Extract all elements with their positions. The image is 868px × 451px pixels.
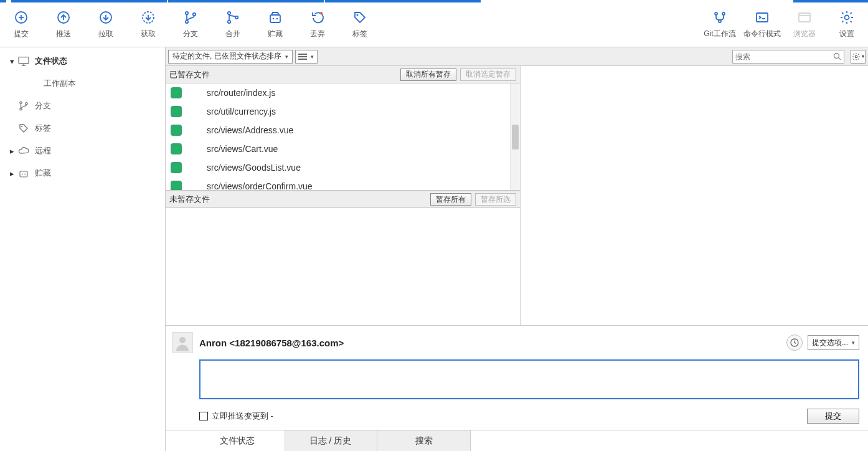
- commit-button[interactable]: 提交: [0, 2, 42, 47]
- clock-icon: [790, 338, 800, 348]
- history-button[interactable]: [786, 335, 803, 351]
- svg-point-7: [186, 21, 188, 23]
- commit-message-input[interactable]: [199, 359, 859, 399]
- svg-point-17: [715, 12, 717, 15]
- commit-options-combo[interactable]: 提交选项... ▾: [808, 335, 859, 350]
- file-item[interactable]: src/views/GoodsList.vue: [166, 158, 520, 177]
- chevron-down-icon: ▾: [7, 57, 16, 66]
- svg-point-52: [179, 337, 186, 343]
- file-path: src/views/Address.vue: [207, 125, 293, 135]
- toolbar-label: 拉取: [98, 29, 113, 39]
- svg-point-9: [228, 12, 230, 14]
- sidebar-item-label: 远程: [35, 145, 51, 156]
- discard-button[interactable]: 丢弃: [296, 2, 339, 47]
- push-button[interactable]: 推送: [42, 2, 85, 47]
- undo-dot-icon: [310, 10, 325, 25]
- toolbar-label: 浏览器: [793, 29, 816, 39]
- search-box[interactable]: [732, 50, 844, 64]
- file-item[interactable]: src/util/currency.js: [166, 102, 520, 121]
- tag-small-icon: [16, 123, 31, 134]
- toolbar-label: 分支: [183, 29, 198, 39]
- gitflow-icon: [712, 10, 727, 25]
- merge-button[interactable]: 合并: [212, 2, 254, 47]
- stage-all-button[interactable]: 暂存所有: [430, 193, 471, 206]
- svg-rect-31: [20, 171, 27, 177]
- file-item[interactable]: src/router/index.js: [166, 83, 520, 102]
- sidebar-item[interactable]: ▸贮藏: [0, 162, 165, 184]
- browser-button[interactable]: 浏览器: [783, 2, 826, 47]
- svg-point-6: [186, 12, 188, 14]
- toolbar-label: 命令行模式: [743, 29, 781, 39]
- branch-icon: [183, 10, 198, 25]
- svg-point-39: [855, 55, 857, 58]
- tab-log-history[interactable]: 日志 / 历史: [284, 430, 377, 451]
- up-circle-icon: [56, 10, 71, 25]
- staged-file-list: src/router/index.jssrc/util/currency.jss…: [166, 83, 520, 191]
- stash-button[interactable]: 贮藏: [254, 2, 296, 47]
- svg-rect-20: [757, 13, 768, 22]
- avatar: [172, 332, 193, 353]
- scrollbar[interactable]: [510, 83, 520, 190]
- fetch-button[interactable]: 获取: [127, 2, 169, 47]
- tab-file-status[interactable]: 文件状态: [191, 430, 284, 451]
- view-mode-combo[interactable]: ▾: [295, 50, 318, 64]
- file-path: src/views/GoodsList.vue: [207, 163, 301, 173]
- commit-author: Anron <18219086758@163.com>: [199, 338, 786, 348]
- commit-button[interactable]: 提交: [807, 409, 859, 424]
- sidebar-item[interactable]: ▾文件状态: [0, 50, 165, 72]
- gear-icon: [839, 10, 854, 25]
- push-immediately-label: 立即推送变更到 -: [212, 411, 807, 422]
- refresh-dash-icon: [141, 10, 156, 25]
- chevron-right-icon: ▸: [7, 146, 16, 156]
- added-badge-icon: [171, 143, 182, 154]
- toolbar-label: 设置: [839, 29, 854, 39]
- sidebar-item-label: 贮藏: [35, 168, 51, 179]
- svg-point-16: [357, 14, 359, 16]
- branch-button[interactable]: 分支: [169, 2, 212, 47]
- pull-button[interactable]: 拉取: [85, 2, 127, 47]
- tab-search[interactable]: 搜索: [377, 430, 471, 451]
- scrollbar-thumb[interactable]: [512, 125, 519, 150]
- svg-line-38: [839, 58, 841, 60]
- unstage-all-button[interactable]: 取消所有暂存: [400, 69, 456, 81]
- file-path: src/views/Cart.vue: [207, 144, 278, 154]
- stage-selected-button[interactable]: 暂存所选: [475, 193, 516, 206]
- toolbar-label: 提交: [14, 29, 29, 39]
- svg-point-15: [320, 12, 323, 14]
- cmd-button[interactable]: 命令行模式: [741, 2, 783, 47]
- push-immediately-checkbox[interactable]: [199, 412, 208, 420]
- terminal-icon: [755, 10, 770, 25]
- plus-circle-icon: [14, 10, 29, 25]
- chevron-down-icon: ▾: [852, 339, 855, 346]
- file-item[interactable]: src/views/Address.vue: [166, 121, 520, 140]
- search-icon: [833, 52, 841, 60]
- toolbar-label: 合并: [225, 29, 240, 39]
- search-input[interactable]: [735, 52, 833, 61]
- file-item[interactable]: src/views/orderConfirm.vue: [166, 177, 520, 191]
- svg-point-18: [722, 12, 725, 15]
- cloud-icon: [16, 146, 31, 156]
- sidebar-item[interactable]: ▸远程: [0, 140, 165, 162]
- gitflow-button[interactable]: Git工作流: [699, 2, 741, 47]
- sidebar-item[interactable]: 工作副本: [0, 72, 165, 95]
- main-toolbar: 提交推送拉取获取分支合并贮藏丢弃标签 Git工作流命令行模式浏览器设置: [0, 2, 868, 47]
- toolbar-label: 推送: [56, 29, 71, 39]
- unstaged-header: 未暂存文件 暂存所有 暂存所选: [166, 191, 520, 208]
- settings-button[interactable]: 设置: [826, 2, 868, 47]
- chevron-right-icon: ▸: [7, 169, 16, 178]
- svg-point-32: [22, 174, 23, 175]
- svg-point-27: [20, 102, 22, 103]
- toolbar-label: Git工作流: [704, 29, 735, 39]
- sidebar-item[interactable]: 标签: [0, 117, 165, 140]
- settings-dropdown[interactable]: ▾: [851, 50, 866, 64]
- sidebar-item-label: 分支: [35, 100, 51, 112]
- tag-button[interactable]: 标签: [339, 2, 381, 47]
- svg-rect-21: [799, 13, 810, 22]
- sort-combo[interactable]: 待定的文件, 已依照文件状态排序 ▾: [168, 50, 293, 64]
- file-item[interactable]: src/views/Cart.vue: [166, 140, 520, 158]
- staged-title: 已暂存文件: [169, 69, 397, 80]
- svg-point-33: [24, 174, 26, 175]
- file-path: src/router/index.js: [207, 88, 275, 98]
- unstage-selected-button[interactable]: 取消选定暂存: [460, 69, 516, 81]
- sidebar-item[interactable]: 分支: [0, 95, 165, 117]
